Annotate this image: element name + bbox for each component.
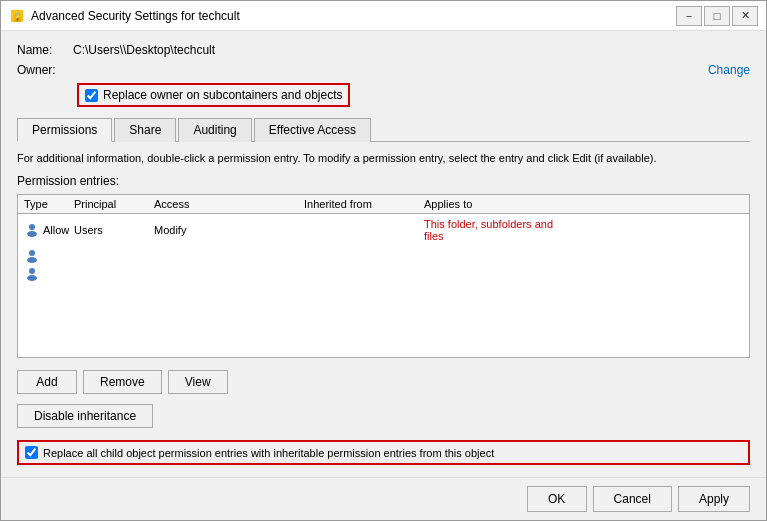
svg-point-6 xyxy=(29,268,35,274)
table-body: Allow Users Modify This folder, subfolde… xyxy=(18,214,749,357)
name-value: C:\Users\ \Desktop\techcult xyxy=(73,43,215,57)
svg-point-2 xyxy=(29,224,35,230)
svg-point-4 xyxy=(29,250,35,256)
content-area: Name: C:\Users\ \Desktop\techcult Owner:… xyxy=(1,31,766,477)
window-controls: − □ ✕ xyxy=(676,6,758,26)
cell-access-0: Modify xyxy=(154,224,304,236)
replace-owner-outlined: Replace owner on subcontainers and objec… xyxy=(77,83,350,107)
info-text: For additional information, double-click… xyxy=(17,152,750,164)
minimize-button[interactable]: − xyxy=(676,6,702,26)
dialog-buttons-row: OK Cancel Apply xyxy=(1,477,766,520)
child-perm-checkbox[interactable] xyxy=(25,446,38,459)
col-applies: Applies to xyxy=(424,198,554,210)
owner-row: Owner: Change xyxy=(17,63,750,77)
user-icon-3 xyxy=(24,266,40,282)
remove-button[interactable]: Remove xyxy=(83,370,162,394)
cell-type-0: Allow xyxy=(24,222,74,238)
child-perm-label: Replace all child object permission entr… xyxy=(43,447,494,459)
child-perm-row: Replace all child object permission entr… xyxy=(17,440,750,465)
svg-text:🔒: 🔒 xyxy=(12,11,24,23)
tab-permissions[interactable]: Permissions xyxy=(17,118,112,142)
action-buttons-row: Add Remove View xyxy=(17,370,750,394)
user-icon-2 xyxy=(24,248,40,264)
change-owner-link[interactable]: Change xyxy=(708,63,750,77)
permission-table: Type Principal Access Inherited from App… xyxy=(17,194,750,358)
name-row: Name: C:\Users\ \Desktop\techcult xyxy=(17,43,750,57)
cell-principal-0: Users xyxy=(74,224,154,236)
window-title: Advanced Security Settings for techcult xyxy=(31,9,676,23)
tab-auditing[interactable]: Auditing xyxy=(178,118,251,142)
disable-inheritance-button[interactable]: Disable inheritance xyxy=(17,404,153,428)
svg-point-5 xyxy=(27,257,37,263)
owner-label: Owner: xyxy=(17,63,67,77)
name-part2: \Desktop\techcult xyxy=(123,43,215,57)
svg-point-3 xyxy=(27,231,37,237)
title-bar: 🔒 Advanced Security Settings for techcul… xyxy=(1,1,766,31)
ok-button[interactable]: OK xyxy=(527,486,587,512)
name-label: Name: xyxy=(17,43,67,57)
restore-button[interactable]: □ xyxy=(704,6,730,26)
table-row[interactable]: Allow Users Modify This folder, subfolde… xyxy=(18,214,749,246)
table-header: Type Principal Access Inherited from App… xyxy=(18,195,749,214)
cell-applies-0: This folder, subfolders and files xyxy=(424,218,554,242)
col-principal: Principal xyxy=(74,198,154,210)
permission-entries-label: Permission entries: xyxy=(17,174,750,188)
name-part1: C:\Users\ xyxy=(73,43,123,57)
col-type: Type xyxy=(24,198,74,210)
extra-icon-rows xyxy=(18,246,749,284)
replace-owner-checkbox[interactable] xyxy=(85,89,98,102)
replace-owner-row: Replace owner on subcontainers and objec… xyxy=(77,83,750,107)
close-button[interactable]: ✕ xyxy=(732,6,758,26)
tab-share[interactable]: Share xyxy=(114,118,176,142)
tabs-bar: Permissions Share Auditing Effective Acc… xyxy=(17,117,750,142)
main-window: 🔒 Advanced Security Settings for techcul… xyxy=(0,0,767,521)
cancel-button[interactable]: Cancel xyxy=(593,486,672,512)
svg-point-7 xyxy=(27,275,37,281)
col-access: Access xyxy=(154,198,304,210)
user-icon xyxy=(24,222,40,238)
replace-owner-label: Replace owner on subcontainers and objec… xyxy=(103,88,342,102)
col-inherited: Inherited from xyxy=(304,198,424,210)
disable-inheritance-row: Disable inheritance xyxy=(17,404,750,428)
add-button[interactable]: Add xyxy=(17,370,77,394)
apply-button[interactable]: Apply xyxy=(678,486,750,512)
view-button[interactable]: View xyxy=(168,370,228,394)
window-icon: 🔒 xyxy=(9,8,25,24)
tab-effective-access[interactable]: Effective Access xyxy=(254,118,371,142)
